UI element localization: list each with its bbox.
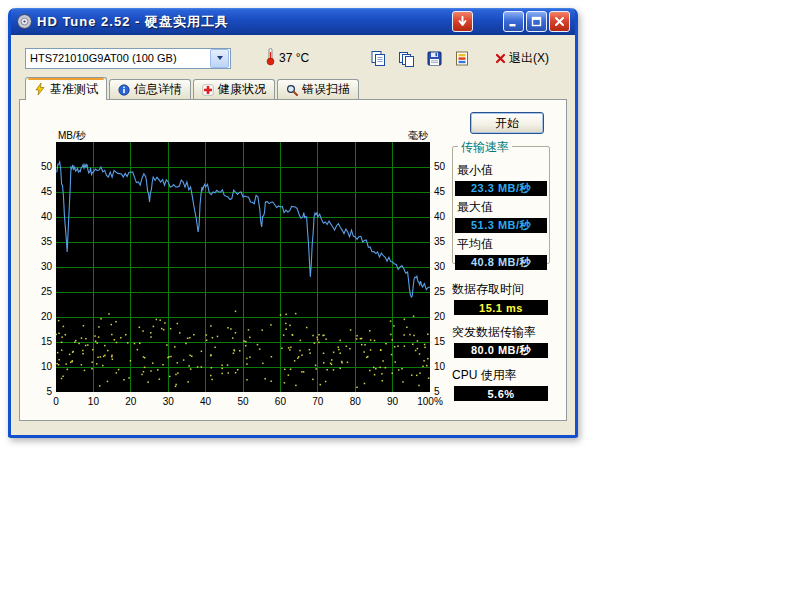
maximize-icon bbox=[530, 15, 543, 28]
side-panel: 开始 传输速率 最小值 23.3 MB/秒 最大值 51.3 MB/秒 平均值 … bbox=[452, 100, 552, 420]
transfer-rate-group: 传输速率 最小值 23.3 MB/秒 最大值 51.3 MB/秒 平均值 40.… bbox=[452, 146, 550, 264]
burst-rate-label: 突发数据传输率 bbox=[452, 324, 550, 341]
info-icon bbox=[118, 84, 130, 96]
exit-label: 退出(X) bbox=[509, 50, 549, 67]
down-arrow-icon bbox=[456, 15, 469, 28]
exit-button[interactable]: 退出(X) bbox=[491, 48, 553, 69]
avg-value: 40.8 MB/秒 bbox=[455, 255, 547, 270]
download-button[interactable] bbox=[452, 11, 473, 32]
svg-text:50: 50 bbox=[41, 161, 53, 172]
close-icon bbox=[553, 15, 566, 28]
temperature-label: 37 °C bbox=[279, 51, 309, 65]
svg-text:60: 60 bbox=[275, 396, 287, 407]
svg-text:20: 20 bbox=[434, 311, 446, 322]
maximize-button[interactable] bbox=[526, 11, 547, 32]
tab-benchmark[interactable]: 基准测试 bbox=[25, 77, 107, 100]
group-title: 传输速率 bbox=[458, 139, 512, 156]
svg-text:35: 35 bbox=[41, 236, 53, 247]
exit-icon bbox=[495, 53, 506, 64]
copy-pages-icon bbox=[398, 50, 415, 67]
avg-label: 平均值 bbox=[457, 236, 549, 253]
benchmark-panel: 5050454540403535303025252020151510105501… bbox=[19, 99, 567, 421]
cpu-usage-label: CPU 使用率 bbox=[452, 367, 550, 384]
svg-text:100%: 100% bbox=[417, 396, 443, 407]
health-icon bbox=[202, 84, 214, 96]
svg-text:40: 40 bbox=[200, 396, 212, 407]
svg-text:40: 40 bbox=[41, 211, 53, 222]
min-value: 23.3 MB/秒 bbox=[455, 181, 547, 196]
save-icon bbox=[426, 50, 443, 67]
max-value: 51.3 MB/秒 bbox=[455, 218, 547, 233]
start-button[interactable]: 开始 bbox=[470, 112, 544, 134]
svg-text:10: 10 bbox=[88, 396, 100, 407]
tab-error-scan[interactable]: 错误扫描 bbox=[277, 79, 359, 99]
hdtune-window: HD Tune 2.52 - 硬盘实用工具 HTS721010G9 bbox=[8, 8, 578, 438]
svg-text:15: 15 bbox=[41, 336, 53, 347]
chevron-down-icon[interactable] bbox=[210, 49, 229, 68]
svg-text:30: 30 bbox=[434, 261, 446, 272]
svg-text:毫秒: 毫秒 bbox=[408, 130, 429, 141]
benchmark-chart: 5050454540403535303025252020151510105501… bbox=[24, 104, 460, 416]
svg-text:25: 25 bbox=[434, 286, 446, 297]
toolbar-icons bbox=[367, 47, 473, 69]
app-icon bbox=[16, 13, 33, 30]
titlebar[interactable]: HD Tune 2.52 - 硬盘实用工具 bbox=[11, 8, 575, 35]
cpu-usage-stat: CPU 使用率 5.6% bbox=[452, 364, 550, 401]
cpu-usage-value: 5.6% bbox=[454, 386, 548, 401]
svg-text:MB/秒: MB/秒 bbox=[58, 130, 87, 141]
tabstrip: 基准测试 信息详情 健康状况 错误扫描 bbox=[11, 75, 575, 99]
minimize-icon bbox=[507, 15, 520, 28]
access-time-label: 数据存取时间 bbox=[452, 281, 550, 298]
thermometer-icon bbox=[265, 47, 276, 70]
min-label: 最小值 bbox=[457, 162, 549, 179]
tab-health[interactable]: 健康状况 bbox=[193, 79, 275, 99]
save-button[interactable] bbox=[423, 47, 445, 69]
burst-rate-value: 80.0 MB/秒 bbox=[454, 343, 548, 358]
svg-text:45: 45 bbox=[434, 186, 446, 197]
svg-text:35: 35 bbox=[434, 236, 446, 247]
svg-text:40: 40 bbox=[434, 211, 446, 222]
benchmark-icon bbox=[34, 83, 46, 95]
close-button[interactable] bbox=[549, 11, 570, 32]
tab-label: 信息详情 bbox=[134, 81, 182, 98]
copy-icon bbox=[370, 50, 387, 67]
svg-text:70: 70 bbox=[312, 396, 324, 407]
svg-text:15: 15 bbox=[434, 336, 446, 347]
minimize-button[interactable] bbox=[503, 11, 524, 32]
access-time-value: 15.1 ms bbox=[454, 300, 548, 315]
tab-label: 错误扫描 bbox=[302, 81, 350, 98]
options-button[interactable] bbox=[451, 47, 473, 69]
options-icon bbox=[454, 50, 471, 67]
toolbar: HTS721010G9AT00 (100 GB) 37 °C bbox=[11, 35, 575, 75]
svg-text:30: 30 bbox=[163, 396, 175, 407]
svg-text:0: 0 bbox=[53, 396, 59, 407]
copy-pages-button[interactable] bbox=[395, 47, 417, 69]
svg-text:10: 10 bbox=[41, 361, 53, 372]
svg-text:90: 90 bbox=[387, 396, 399, 407]
burst-rate-stat: 突发数据传输率 80.0 MB/秒 bbox=[452, 321, 550, 358]
copy-button[interactable] bbox=[367, 47, 389, 69]
max-label: 最大值 bbox=[457, 199, 549, 216]
svg-text:50: 50 bbox=[434, 161, 446, 172]
svg-text:80: 80 bbox=[350, 396, 362, 407]
svg-text:45: 45 bbox=[41, 186, 53, 197]
drive-select[interactable]: HTS721010G9AT00 (100 GB) bbox=[25, 48, 231, 69]
window-title: HD Tune 2.52 - 硬盘实用工具 bbox=[37, 13, 450, 31]
tab-info[interactable]: 信息详情 bbox=[109, 79, 191, 99]
svg-text:20: 20 bbox=[125, 396, 137, 407]
svg-text:10: 10 bbox=[434, 361, 446, 372]
tab-label: 健康状况 bbox=[218, 81, 266, 98]
svg-text:20: 20 bbox=[41, 311, 53, 322]
svg-text:5: 5 bbox=[46, 386, 52, 397]
svg-text:30: 30 bbox=[41, 261, 53, 272]
drive-select-value: HTS721010G9AT00 (100 GB) bbox=[26, 52, 209, 64]
svg-text:50: 50 bbox=[237, 396, 249, 407]
scan-icon bbox=[286, 84, 298, 96]
tab-label: 基准测试 bbox=[50, 81, 98, 98]
access-time-stat: 数据存取时间 15.1 ms bbox=[452, 278, 550, 315]
svg-text:25: 25 bbox=[41, 286, 53, 297]
